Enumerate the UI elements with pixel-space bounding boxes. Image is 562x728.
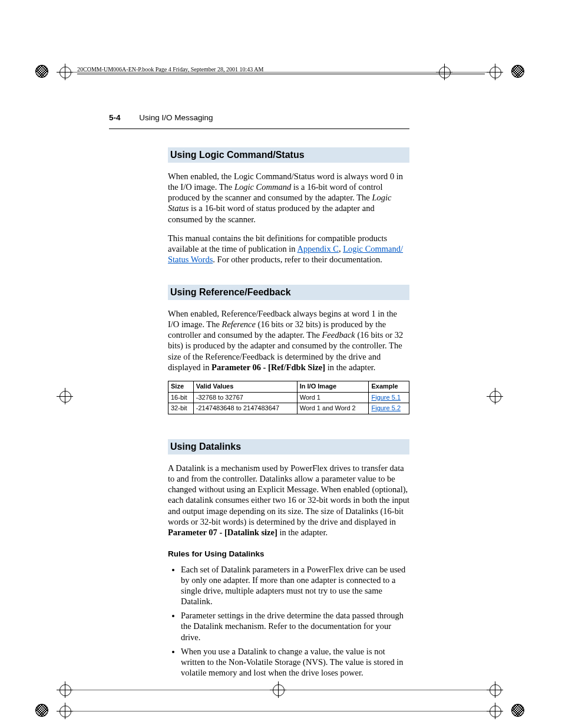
reg-line [73, 690, 270, 690]
reg-hatch-icon [35, 704, 48, 717]
datalinks-rules-list: Each set of Datalink parameters in a Pow… [168, 564, 409, 678]
list-item: Parameter settings in the drive determin… [181, 610, 409, 642]
link-appendix-c[interactable]: Appendix C [297, 244, 338, 253]
logic-para-2: This manual contains the bit definitions… [168, 233, 409, 265]
book-header-rule [77, 74, 485, 74]
th-in-io-image: In I/O Image [297, 381, 369, 392]
th-size: Size [168, 381, 194, 392]
ref-para-1: When enabled, Reference/Feedback always … [168, 308, 409, 373]
ref-feedback-table: Size Valid Values In I/O Image Example 1… [168, 381, 409, 414]
table-row: 32-bit -2147483648 to 2147483647 Word 1 … [168, 403, 409, 414]
reg-cross-icon [488, 65, 502, 79]
subheading-rules-datalinks: Rules for Using Datalinks [168, 549, 409, 559]
list-item: When you use a Datalink to change a valu… [181, 646, 409, 678]
table-row: 16-bit -32768 to 32767 Word 1 Figure 5.1 [168, 392, 409, 403]
list-item: Each set of Datalink parameters in a Pow… [181, 564, 409, 607]
reg-cross-icon [58, 389, 72, 403]
reg-hatch-icon [35, 65, 48, 78]
reg-cross-icon [488, 683, 502, 697]
running-title: Using I/O Messaging [139, 113, 213, 122]
reg-hatch-icon [511, 704, 524, 717]
reg-line [286, 690, 487, 690]
page-header-rule [109, 129, 409, 129]
heading-logic-command-status: Using Logic Command/Status [168, 147, 409, 163]
th-example: Example [369, 381, 409, 392]
logic-para-1: When enabled, the Logic Command/Status w… [168, 171, 409, 225]
reg-cross-icon [488, 389, 502, 403]
reg-hatch-icon [511, 65, 524, 78]
page: 20COMM-UM006A-EN-P.book Page 4 Friday, S… [0, 0, 562, 728]
reg-cross-icon [58, 683, 72, 697]
page-header: 5-4 Using I/O Messaging [109, 113, 409, 122]
reg-line [73, 711, 487, 711]
reg-cross-icon [271, 683, 285, 697]
link-figure-5-2[interactable]: Figure 5.2 [371, 404, 401, 411]
book-header: 20COMM-UM006A-EN-P.book Page 4 Friday, S… [77, 66, 485, 74]
reg-cross-icon [58, 65, 72, 79]
datalinks-para-1: A Datalink is a mechanism used by PowerF… [168, 463, 409, 538]
reg-cross-icon [58, 704, 72, 718]
content: Using Logic Command/Status When enabled,… [168, 147, 409, 681]
heading-reference-feedback: Using Reference/Feedback [168, 285, 409, 300]
table-header-row: Size Valid Values In I/O Image Example [168, 381, 409, 392]
page-number: 5-4 [109, 113, 121, 122]
reg-cross-icon [488, 704, 502, 718]
link-figure-5-1[interactable]: Figure 5.1 [371, 394, 401, 401]
book-header-text: 20COMM-UM006A-EN-P.book Page 4 Friday, S… [77, 66, 263, 73]
th-valid-values: Valid Values [193, 381, 297, 392]
heading-using-datalinks: Using Datalinks [168, 439, 409, 454]
